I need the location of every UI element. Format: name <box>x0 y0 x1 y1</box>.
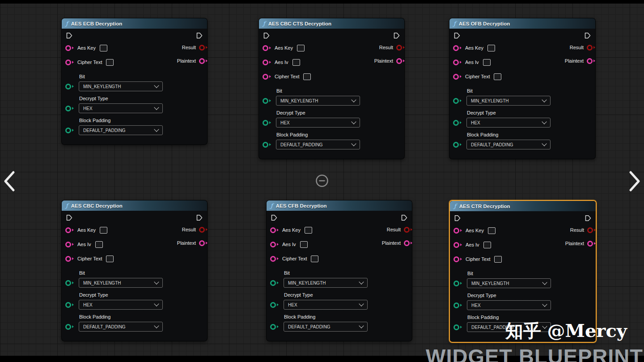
output-pin-result[interactable] <box>587 227 596 233</box>
exec-out-pin[interactable] <box>585 215 591 221</box>
enum-dropdown[interactable]: HEX <box>284 300 368 310</box>
enum-dropdown[interactable]: HEX <box>466 118 551 128</box>
string-input-pin[interactable] <box>270 227 279 233</box>
exec-in-pin[interactable] <box>453 32 460 39</box>
exec-out-pin[interactable] <box>196 214 203 221</box>
text-input-box[interactable] <box>106 256 114 262</box>
exec-in-pin[interactable] <box>454 215 461 221</box>
text-input-box[interactable] <box>494 256 502 263</box>
enum-dropdown[interactable]: DEFAULT_PADDING <box>284 322 368 332</box>
text-input-box[interactable] <box>305 227 312 234</box>
output-pin-result[interactable] <box>199 45 208 51</box>
exec-out-pin[interactable] <box>196 32 203 39</box>
text-input-box[interactable] <box>494 73 501 80</box>
string-input-pin[interactable] <box>270 256 279 262</box>
text-input-box[interactable] <box>292 59 300 66</box>
output-pin-result[interactable] <box>404 227 412 233</box>
enum-input-pin[interactable] <box>65 84 74 89</box>
text-input-box[interactable] <box>488 227 496 234</box>
string-input-pin[interactable] <box>270 242 279 247</box>
node-header[interactable]: ƒAES CFB Decryption <box>267 200 412 211</box>
string-input-pin[interactable] <box>65 45 74 51</box>
text-input-box[interactable] <box>487 45 495 51</box>
text-input-box[interactable] <box>100 227 107 234</box>
enum-dropdown[interactable]: DEFAULT_PADDING <box>466 140 551 149</box>
node-header[interactable]: ƒAES OFB Decryption <box>449 18 595 29</box>
enum-input-pin[interactable] <box>65 128 74 133</box>
string-input-pin[interactable] <box>453 45 462 51</box>
enum-input-pin[interactable] <box>65 106 74 111</box>
string-input-pin[interactable] <box>453 60 462 65</box>
enum-input-pin[interactable] <box>263 98 271 104</box>
string-input-pin[interactable] <box>263 74 271 80</box>
output-pin-plaintext[interactable] <box>199 58 208 64</box>
string-input-pin[interactable] <box>453 228 462 234</box>
enum-dropdown[interactable]: MIN_KEYLENGTH <box>467 278 551 288</box>
node-aes-cfb-decryption[interactable]: ƒAES CFB DecryptionAes KeyAes IvCipher T… <box>266 200 412 341</box>
output-pin-result[interactable] <box>396 45 405 51</box>
enum-dropdown[interactable]: DEFAULT_PADDING <box>276 140 360 149</box>
text-input-box[interactable] <box>106 59 114 66</box>
exec-in-pin[interactable] <box>66 214 72 221</box>
enum-dropdown[interactable]: HEX <box>276 118 360 128</box>
enum-dropdown[interactable]: MIN_KEYLENGTH <box>284 278 368 288</box>
node-aes-ecb-decryption[interactable]: ƒAES ECB DecryptionAes KeyCipher TextBit… <box>61 18 208 145</box>
enum-input-pin[interactable] <box>453 281 462 286</box>
enum-dropdown[interactable]: MIN_KEYLENGTH <box>276 96 360 106</box>
output-pin-plaintext[interactable] <box>587 241 596 247</box>
enum-input-pin[interactable] <box>65 280 74 286</box>
string-input-pin[interactable] <box>65 227 74 233</box>
text-input-box[interactable] <box>483 242 491 248</box>
enum-input-pin[interactable] <box>263 120 271 126</box>
node-header[interactable]: ƒAES CBC Decryption <box>62 200 207 211</box>
node-header[interactable]: ƒAES CTR Decryption <box>450 201 596 211</box>
output-pin-result[interactable] <box>199 227 208 233</box>
string-input-pin[interactable] <box>65 60 74 65</box>
exec-in-pin[interactable] <box>66 32 72 39</box>
node-header[interactable]: ƒAES CBC CTS Decryption <box>259 18 404 29</box>
output-pin-plaintext[interactable] <box>199 240 208 246</box>
enum-dropdown[interactable]: HEX <box>79 103 163 113</box>
text-input-box[interactable] <box>303 73 311 80</box>
output-pin-plaintext[interactable] <box>587 58 595 64</box>
text-input-box[interactable] <box>100 45 107 51</box>
enum-dropdown[interactable]: DEFAULT_PADDING <box>79 125 163 135</box>
string-input-pin[interactable] <box>453 242 462 248</box>
enum-input-pin[interactable] <box>453 98 462 104</box>
string-input-pin[interactable] <box>453 74 462 80</box>
string-input-pin[interactable] <box>263 45 271 51</box>
enum-dropdown[interactable]: MIN_KEYLENGTH <box>79 81 163 91</box>
zoom-out-icon[interactable] <box>314 173 330 190</box>
node-aes-ofb-decryption[interactable]: ƒAES OFB DecryptionAes KeyAes IvCipher T… <box>449 18 596 159</box>
output-pin-plaintext[interactable] <box>396 58 405 64</box>
string-input-pin[interactable] <box>65 242 74 247</box>
enum-input-pin[interactable] <box>270 280 279 286</box>
exec-out-pin[interactable] <box>393 32 400 39</box>
enum-input-pin[interactable] <box>65 324 74 330</box>
string-input-pin[interactable] <box>453 256 462 262</box>
text-input-box[interactable] <box>95 241 103 248</box>
enum-dropdown[interactable]: HEX <box>79 300 163 310</box>
node-aes-cbc-cts-decryption[interactable]: ƒAES CBC CTS DecryptionAes KeyAes IvCiph… <box>258 18 405 159</box>
exec-out-pin[interactable] <box>401 214 407 221</box>
enum-input-pin[interactable] <box>65 302 74 308</box>
enum-input-pin[interactable] <box>453 324 462 330</box>
text-input-box[interactable] <box>300 241 308 248</box>
enum-input-pin[interactable] <box>270 302 279 308</box>
exec-out-pin[interactable] <box>584 32 591 39</box>
enum-input-pin[interactable] <box>453 302 462 308</box>
exec-in-pin[interactable] <box>271 214 277 221</box>
next-image-button[interactable] <box>628 170 641 194</box>
text-input-box[interactable] <box>311 256 318 262</box>
enum-input-pin[interactable] <box>453 142 462 148</box>
enum-input-pin[interactable] <box>270 324 279 330</box>
string-input-pin[interactable] <box>65 256 74 262</box>
exec-in-pin[interactable] <box>263 32 270 39</box>
enum-input-pin[interactable] <box>263 142 271 148</box>
enum-dropdown[interactable]: MIN_KEYLENGTH <box>79 278 163 288</box>
enum-dropdown[interactable]: DEFAULT_PADDING <box>79 322 163 332</box>
output-pin-plaintext[interactable] <box>404 240 412 246</box>
text-input-box[interactable] <box>297 45 305 51</box>
text-input-box[interactable] <box>483 59 491 66</box>
prev-image-button[interactable] <box>3 170 16 194</box>
